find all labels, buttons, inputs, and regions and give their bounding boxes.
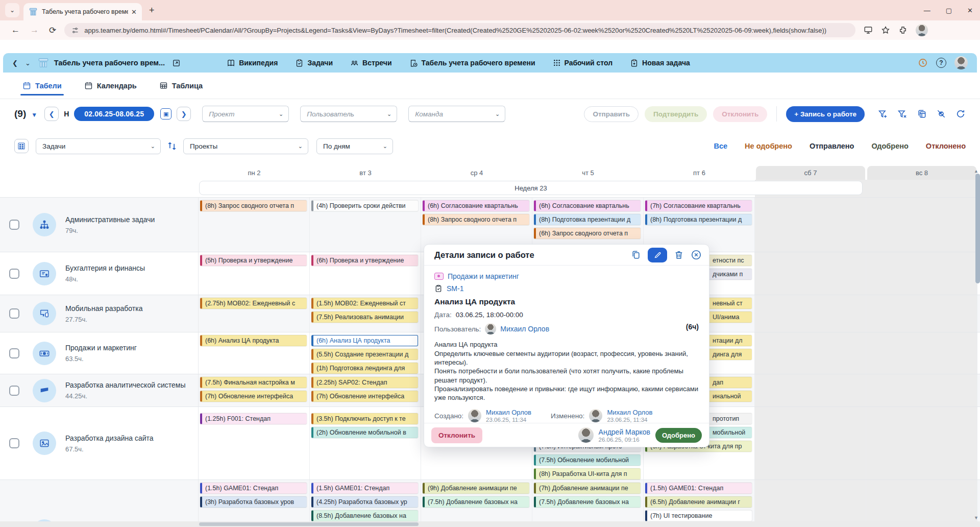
nav-meetings[interactable]: Встречи bbox=[350, 59, 391, 67]
day-cell[interactable]: (6h) Проверка и утверждение bbox=[310, 252, 421, 295]
group-by-select[interactable]: Задачи⌄ bbox=[36, 138, 161, 154]
approver-name[interactable]: Андрей Марков bbox=[599, 428, 650, 436]
work-entry[interactable]: (8h) Запрос сводного отчета п bbox=[200, 200, 307, 211]
count-chevron-icon[interactable]: ▼ bbox=[31, 111, 37, 118]
help-icon[interactable]: ? bbox=[936, 58, 946, 68]
popup-task-link[interactable]: SM-1 bbox=[447, 284, 463, 293]
status-filter-sent[interactable]: Отправлено bbox=[810, 142, 854, 150]
work-entry[interactable]: (7.5h) Реализовать анимации bbox=[311, 312, 418, 323]
day-cell[interactable]: (2.75h) MOB02: Ежедневный с bbox=[199, 295, 310, 332]
maximize-icon[interactable]: ▢ bbox=[946, 7, 952, 14]
collapse-left-icon[interactable]: ❮ bbox=[12, 59, 18, 67]
day-cell[interactable] bbox=[755, 374, 866, 406]
work-entry[interactable]: (6h) Анализ ЦА продукта bbox=[311, 335, 418, 346]
browser-profile-avatar[interactable] bbox=[916, 24, 928, 36]
work-entry[interactable]: UI/анима bbox=[709, 312, 752, 323]
project-checkbox[interactable] bbox=[9, 220, 19, 230]
prev-period-button[interactable]: ❮ bbox=[44, 107, 59, 121]
work-entry[interactable]: (7.5h) Финальная настройка м bbox=[200, 377, 307, 388]
work-entry[interactable]: (8h) Подготовка презентации д bbox=[534, 214, 641, 225]
site-info-icon[interactable] bbox=[71, 27, 79, 34]
bookmark-star-icon[interactable] bbox=[881, 26, 890, 35]
tab-table[interactable]: Таблица bbox=[159, 73, 203, 99]
filter-clear-icon[interactable] bbox=[897, 109, 908, 119]
install-icon[interactable] bbox=[864, 26, 873, 35]
back-icon[interactable]: ← bbox=[11, 25, 20, 35]
calendar-picker-icon[interactable]: ▣ bbox=[160, 108, 172, 119]
project-checkbox[interactable] bbox=[9, 438, 19, 448]
work-entry[interactable]: (7h) Согласование квартальнь bbox=[645, 200, 752, 211]
work-entry[interactable]: (2.75h) MOB02: Ежедневный с bbox=[200, 298, 307, 309]
new-tab-button[interactable]: + bbox=[149, 5, 155, 16]
period-selector[interactable]: 02.06.25-08.06.25 bbox=[74, 107, 154, 121]
work-entry[interactable]: (2h) Обновление мобильной в bbox=[311, 427, 418, 438]
day-cell[interactable]: (6h) Анализ ЦА продукта bbox=[199, 332, 310, 374]
work-entry[interactable]: прототип bbox=[709, 413, 752, 424]
day-cell[interactable]: (7.5h) Финальная настройка м(7h) Обновле… bbox=[199, 374, 310, 406]
close-window-icon[interactable]: ✕ bbox=[967, 7, 973, 14]
day-cell[interactable]: (4h) Проверить сроки действи bbox=[310, 198, 421, 252]
day-cell[interactable] bbox=[866, 295, 977, 332]
day-cell[interactable]: (1.5h) GAME01: Стендап(6.5h) Добавление … bbox=[644, 480, 755, 527]
day-cell[interactable] bbox=[755, 407, 866, 480]
day-cell[interactable]: (9h) Добавление анимации пе(7.5h) Добавл… bbox=[421, 480, 532, 527]
work-entry[interactable]: (7.5h) Обновление мобильной bbox=[534, 454, 641, 466]
work-entry[interactable]: (1.5h) GAME01: Стендап bbox=[200, 483, 307, 494]
user-filter-select[interactable]: Пользователь⌄ bbox=[300, 106, 397, 122]
day-cell[interactable] bbox=[866, 252, 977, 295]
project-checkbox[interactable] bbox=[9, 386, 19, 396]
work-entry[interactable]: (8h) Подготовка презентации д bbox=[645, 214, 752, 225]
popup-project-link[interactable]: Продажи и маркетинг bbox=[448, 272, 519, 280]
day-cell[interactable]: (8h) Запрос сводного отчета п bbox=[199, 198, 310, 252]
day-cell[interactable]: (2.25h) SAP02: Стендап(7h) Обновление ин… bbox=[310, 374, 421, 406]
view-mode-select[interactable]: По дням⌄ bbox=[316, 138, 393, 154]
nav-wiki[interactable]: Википедия bbox=[227, 59, 278, 67]
project-checkbox[interactable] bbox=[9, 308, 19, 319]
copy-icon[interactable] bbox=[631, 250, 641, 260]
chevron-down-icon[interactable]: ⌄ bbox=[25, 59, 31, 67]
browser-tab[interactable]: Табель учета рабочего време ✕ bbox=[23, 3, 142, 20]
forward-icon[interactable]: → bbox=[30, 25, 39, 35]
copy-table-icon[interactable] bbox=[917, 109, 927, 119]
nav-desktop[interactable]: Рабочий стол bbox=[553, 59, 613, 67]
horizontal-scrollbar[interactable] bbox=[0, 521, 980, 527]
work-entry[interactable]: (7.5h) Добавление базовых на bbox=[423, 496, 529, 508]
work-entry[interactable]: (4.25h) Разработка базовых ур bbox=[311, 496, 418, 508]
nav-new-task[interactable]: Новая задача bbox=[630, 59, 690, 67]
edit-button[interactable] bbox=[648, 248, 667, 262]
day-cell[interactable] bbox=[755, 295, 866, 332]
work-entry[interactable]: нтации дл bbox=[709, 335, 752, 346]
nav-tasks[interactable]: Задачи bbox=[295, 59, 333, 67]
day-cell[interactable]: (7h) Добавление анимации пе(7.5h) Добавл… bbox=[532, 480, 644, 527]
day-cell[interactable]: (3.5h) Подключить доступ к те(2h) Обновл… bbox=[310, 407, 421, 480]
address-field[interactable]: apps.teamer.by/demo.html#/Timesheet/PCal… bbox=[64, 23, 855, 37]
unlink-icon[interactable] bbox=[936, 109, 946, 119]
work-entry[interactable]: (1.25h) F001: Стендап bbox=[200, 413, 307, 424]
work-entry[interactable]: (8h) Разработка UI-кита для п bbox=[534, 468, 641, 480]
close-icon[interactable] bbox=[691, 249, 702, 260]
popup-user-link[interactable]: Михаил Орлов bbox=[500, 325, 549, 333]
created-by[interactable]: Михаил Орлов bbox=[486, 409, 531, 416]
work-entry[interactable]: (6h) Запрос сводного отчета п bbox=[534, 228, 641, 239]
day-cell[interactable] bbox=[755, 252, 866, 295]
work-entry[interactable]: инальной bbox=[709, 391, 752, 402]
legend-select[interactable]: Проекты⌄ bbox=[183, 138, 308, 154]
reject-button[interactable]: Отклонить bbox=[713, 106, 767, 122]
work-entry[interactable]: (7h) Добавление анимации пе bbox=[534, 483, 641, 494]
work-entry[interactable]: (7h) Обновление интерфейса bbox=[311, 391, 418, 402]
work-entry[interactable]: (4h) Проверить сроки действи bbox=[311, 200, 418, 211]
work-entry[interactable]: (2.25h) SAP02: Стендап bbox=[311, 377, 418, 388]
day-cell[interactable] bbox=[866, 198, 977, 252]
project-checkbox[interactable] bbox=[9, 348, 19, 358]
day-cell[interactable] bbox=[755, 198, 866, 252]
work-entry[interactable]: (6h) Проверка и утверждение bbox=[311, 255, 418, 266]
day-cell[interactable] bbox=[866, 374, 977, 406]
vertical-scrollbar[interactable] bbox=[975, 174, 980, 283]
work-entry[interactable]: невный ст bbox=[709, 298, 752, 309]
add-work-record-button[interactable]: + Запись о работе bbox=[786, 106, 865, 122]
scroll-up-icon[interactable]: ▲ bbox=[974, 169, 978, 174]
work-entry[interactable]: дап bbox=[709, 377, 752, 388]
delete-icon[interactable] bbox=[674, 250, 684, 260]
project-filter-select[interactable]: Проект⌄ bbox=[202, 106, 289, 122]
day-cell[interactable] bbox=[755, 332, 866, 374]
